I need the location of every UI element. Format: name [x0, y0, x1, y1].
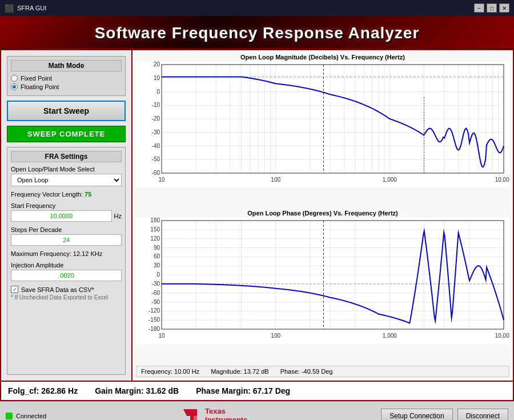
loop-mode-label: Open Loop/Plant Mode Select — [11, 166, 122, 173]
disconnect-button[interactable]: Disconnect — [457, 409, 508, 421]
right-panel: Open Loop Magnitude (Decibels) Vs. Frequ… — [132, 50, 513, 381]
minimize-button[interactable]: − — [474, 3, 484, 13]
maximize-button[interactable]: □ — [487, 3, 497, 13]
close-button[interactable]: ✕ — [499, 3, 509, 13]
math-mode-title: Math Mode — [11, 60, 122, 71]
info-bar: Folg_cf: 262.86 Hz Gain Margin: 31.62 dB… — [0, 382, 514, 401]
fixed-point-label: Fixed Point — [21, 75, 52, 82]
titlebar-left: ⬛ SFRA GUI — [5, 4, 46, 13]
titlebar-controls: − □ ✕ — [474, 3, 509, 13]
start-freq-unit: Hz — [114, 213, 122, 219]
start-freq-label: Start Frequency — [11, 202, 122, 209]
ti-line2: Instruments — [205, 416, 247, 421]
magnitude-chart-canvas — [136, 62, 509, 187]
floating-point-option[interactable]: Floating Point — [11, 83, 122, 90]
csv-note: * If Unchecked Data Exported to Excel — [11, 294, 122, 301]
sweep-complete-indicator: SWEEP COMPLETE — [7, 126, 126, 142]
phase-chart-title: Open Loop Phase (Degrees) Vs. Frequency … — [136, 210, 509, 217]
steps-group: Steps Per Decade — [11, 226, 122, 246]
freq-length-value: 75 — [85, 191, 91, 198]
header-banner: Software Frequency Response Analyzer — [0, 16, 514, 49]
status-magnitude: Magnitude: 13.72 dB — [211, 368, 269, 375]
freq-length-line: Frequency Vector Length: 75 — [11, 191, 122, 198]
status-frequency: Frequency: 10.00 Hz — [141, 368, 199, 375]
bottom-bar: Connected Texas Instruments Setup Connec… — [0, 401, 514, 420]
start-sweep-button[interactable]: Start Sweep — [7, 101, 126, 121]
bottom-right-buttons: Setup Connection Disconnect — [381, 409, 508, 421]
start-freq-group: Start Frequency Hz — [11, 202, 122, 222]
loop-mode-select-wrapper: Open Loop Plant Mode — [11, 174, 122, 186]
math-mode-box: Math Mode Fixed Point Floating Point — [7, 56, 126, 96]
app-title: SFRA GUI — [17, 5, 46, 11]
titlebar: ⬛ SFRA GUI − □ ✕ — [0, 0, 514, 16]
freq-length-label: Frequency Vector Length: — [11, 191, 83, 198]
start-freq-input-group: Hz — [11, 210, 122, 222]
loop-mode-select[interactable]: Open Loop Plant Mode — [11, 174, 122, 186]
ti-logo-icon — [180, 406, 200, 421]
magnitude-chart-title: Open Loop Magnitude (Decibels) Vs. Frequ… — [136, 54, 509, 61]
csv-checkbox[interactable]: ✓ — [11, 286, 18, 293]
gain-margin-value: Gain Margin: 31.62 dB — [95, 386, 179, 395]
injection-input[interactable] — [11, 270, 122, 281]
max-freq-value: 12.12 KHz — [73, 250, 102, 257]
setup-connection-button[interactable]: Setup Connection — [381, 409, 452, 421]
fra-settings-title: FRA Settings — [11, 151, 122, 162]
loop-mode-group: Open Loop/Plant Mode Select Open Loop Pl… — [11, 166, 122, 186]
folg-cf-value: Folg_cf: 262.86 Hz — [8, 386, 78, 395]
ti-text: Texas Instruments — [205, 407, 247, 420]
fixed-point-option[interactable]: Fixed Point — [11, 75, 122, 82]
max-freq-line: Maximum Frequency: 12.12 KHz — [11, 250, 122, 257]
phase-chart-canvas — [136, 218, 509, 343]
magnitude-chart-container: Open Loop Magnitude (Decibels) Vs. Frequ… — [136, 54, 509, 207]
steps-label: Steps Per Decade — [11, 226, 122, 233]
status-phase: Phase: -40.59 Deg — [280, 368, 333, 375]
ti-line1: Texas — [205, 407, 247, 415]
fixed-point-radio[interactable] — [11, 75, 18, 82]
fra-settings-box: FRA Settings Open Loop/Plant Mode Select… — [7, 147, 126, 375]
phase-chart-container: Open Loop Phase (Degrees) Vs. Frequency … — [136, 210, 509, 363]
steps-input[interactable] — [11, 234, 122, 246]
injection-label: Injection Amplitude — [11, 262, 122, 269]
app-heading: Software Frequency Response Analyzer — [0, 24, 514, 42]
injection-group: Injection Amplitude — [11, 262, 122, 281]
max-freq-label: Maximum Frequency: — [11, 250, 71, 257]
main-content: Math Mode Fixed Point Floating Point Sta… — [0, 49, 514, 382]
connection-status-dot — [6, 413, 13, 419]
left-panel: Math Mode Fixed Point Floating Point Sta… — [1, 50, 132, 381]
app-icon: ⬛ — [5, 4, 14, 13]
start-freq-input[interactable] — [11, 210, 112, 222]
csv-label: Save SFRA Data as CSV* — [21, 286, 94, 293]
connection-status-label: Connected — [16, 413, 46, 419]
status-left: Connected — [6, 413, 46, 419]
floating-point-label: Floating Point — [21, 83, 59, 90]
ti-logo: Texas Instruments — [180, 406, 247, 421]
chart-status-bar: Frequency: 10.00 Hz Magnitude: 13.72 dB … — [136, 366, 509, 377]
phase-margin-value: Phase Margin: 67.17 Deg — [196, 386, 290, 395]
csv-checkbox-row[interactable]: ✓ Save SFRA Data as CSV* — [11, 286, 122, 293]
floating-point-radio[interactable] — [11, 83, 18, 90]
